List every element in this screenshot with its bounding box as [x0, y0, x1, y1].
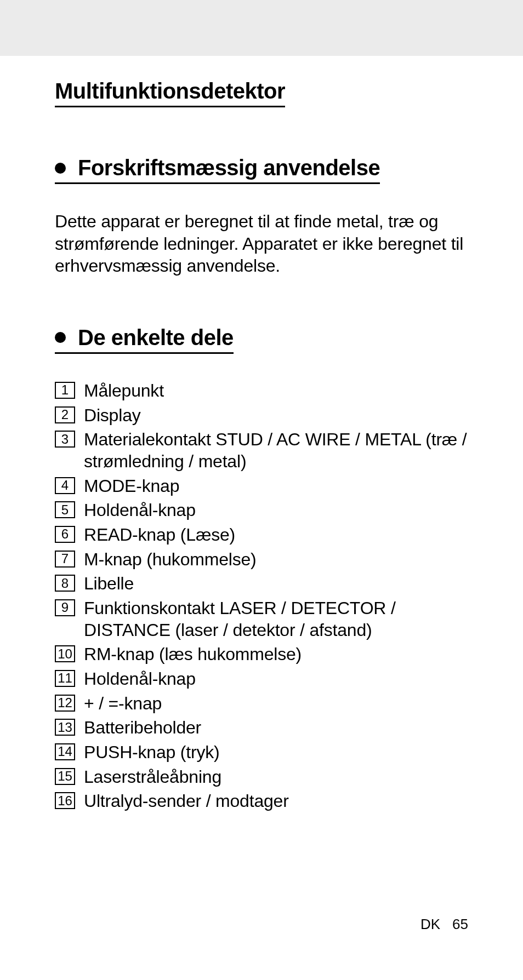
- list-item: 1 Målepunkt: [55, 380, 468, 402]
- list-item: 12 + / =-knap: [55, 693, 468, 715]
- list-item: 2 Display: [55, 405, 468, 427]
- page-footer: DK 65: [420, 916, 468, 933]
- part-label: Holdenål-knap: [84, 668, 196, 690]
- part-number-box: 16: [55, 792, 75, 809]
- list-item: 5 Holdenål-knap: [55, 500, 468, 521]
- list-item: 15 Laserstråleåbning: [55, 766, 468, 788]
- list-item: 9 Funktionskontakt LASER / DETECTOR / DI…: [55, 598, 468, 641]
- bullet-icon: [55, 332, 66, 343]
- list-item: 13 Batteribeholder: [55, 717, 468, 739]
- page-title: Multifunktionsdetektor: [55, 79, 285, 107]
- part-label: Ultralyd-sender / modtager: [84, 790, 289, 812]
- section-header-parts: De enkelte dele: [55, 325, 234, 354]
- part-label: Funktionskontakt LASER / DETECTOR / DIST…: [84, 598, 468, 641]
- part-label: Libelle: [84, 573, 134, 595]
- part-label: M-knap (hukommelse): [84, 549, 257, 571]
- part-label: Display: [84, 405, 141, 427]
- usage-paragraph: Dette apparat er beregnet til at finde m…: [55, 210, 468, 277]
- part-number-box: 1: [55, 382, 75, 399]
- part-number-box: 12: [55, 695, 75, 712]
- list-item: 16 Ultralyd-sender / modtager: [55, 790, 468, 812]
- list-item: 14 PUSH-knap (tryk): [55, 742, 468, 764]
- part-label: MODE-knap: [84, 475, 179, 497]
- section-title-usage: Forskriftsmæssig anvendelse: [78, 156, 380, 180]
- part-label: Holdenål-knap: [84, 500, 196, 521]
- document-page: Multifunktionsdetektor Forskriftsmæssig …: [0, 56, 523, 980]
- list-item: 3 Materialekontakt STUD / AC WIRE / META…: [55, 429, 468, 472]
- part-number-box: 8: [55, 575, 75, 592]
- part-number-box: 10: [55, 645, 75, 662]
- part-label: RM-knap (læs hukommelse): [84, 644, 302, 666]
- part-number-box: 13: [55, 719, 75, 736]
- part-number-box: 2: [55, 406, 75, 423]
- part-number-box: 11: [55, 670, 75, 687]
- part-label: READ-knap (Læse): [84, 524, 235, 546]
- part-number-box: 14: [55, 743, 75, 760]
- part-number-box: 9: [55, 599, 75, 616]
- list-item: 8 Libelle: [55, 573, 468, 595]
- parts-list: 1 Målepunkt 2 Display 3 Materialekontakt…: [55, 380, 468, 812]
- footer-page-number: 65: [452, 916, 468, 933]
- part-label: + / =-knap: [84, 693, 162, 715]
- part-number-box: 15: [55, 768, 75, 785]
- list-item: 11 Holdenål-knap: [55, 668, 468, 690]
- part-label: Batteribeholder: [84, 717, 201, 739]
- part-number-box: 3: [55, 431, 75, 448]
- part-label: Laserstråleåbning: [84, 766, 221, 788]
- part-number-box: 7: [55, 551, 75, 568]
- bullet-icon: [55, 163, 66, 174]
- part-label: PUSH-knap (tryk): [84, 742, 220, 764]
- list-item: 7 M-knap (hukommelse): [55, 549, 468, 571]
- part-number-box: 5: [55, 501, 75, 518]
- section-title-parts: De enkelte dele: [78, 325, 234, 350]
- part-number-box: 6: [55, 526, 75, 543]
- list-item: 6 READ-knap (Læse): [55, 524, 468, 546]
- list-item: 4 MODE-knap: [55, 475, 468, 497]
- footer-country: DK: [420, 916, 440, 933]
- part-label: Målepunkt: [84, 380, 164, 402]
- section-header-usage: Forskriftsmæssig anvendelse: [55, 156, 380, 184]
- part-number-box: 4: [55, 477, 75, 494]
- part-label: Materialekontakt STUD / AC WIRE / METAL …: [84, 429, 468, 472]
- list-item: 10 RM-knap (læs hukommelse): [55, 644, 468, 666]
